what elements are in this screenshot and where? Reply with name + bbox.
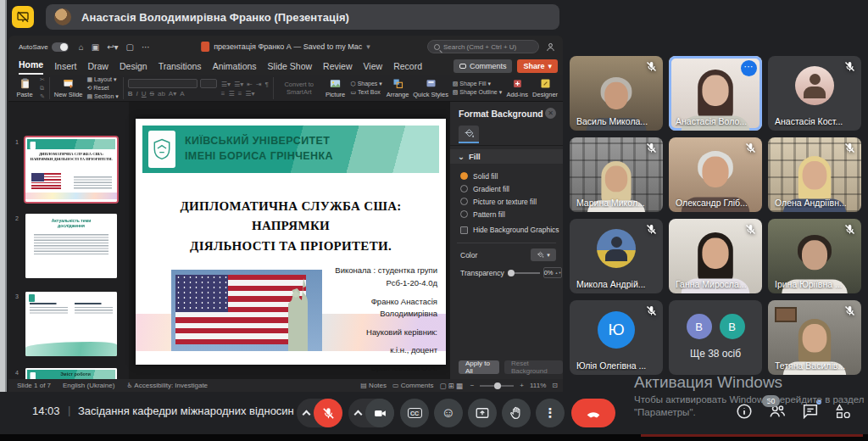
participant-tile-8[interactable]: Ганна Миросла... — [669, 219, 762, 293]
tab-insert[interactable]: Insert — [54, 61, 76, 75]
search-input[interactable]: Search (Cmd + Ctrl + U) — [427, 40, 539, 53]
tab-slide-show[interactable]: Slide Show — [268, 61, 313, 75]
present-button[interactable] — [468, 399, 497, 427]
share-button[interactable]: Share ▾ — [517, 59, 558, 73]
align-buttons[interactable]: ≡☰≡☰▾ — [221, 90, 269, 98]
shape-outline-button[interactable]: ▧ Shape Outline ▾ — [453, 89, 502, 96]
transparency-slider[interactable] — [508, 272, 540, 274]
designer-button[interactable]: Designer — [532, 77, 558, 98]
autosave-toggle[interactable]: AutoSave — [19, 42, 69, 52]
comments-button[interactable]: Comments — [453, 59, 513, 73]
language-button[interactable]: English (Ukraine) — [63, 382, 114, 389]
font-size-select[interactable] — [200, 79, 217, 88]
reset-background-button[interactable]: Reset Background — [504, 360, 563, 374]
leave-call-button[interactable] — [571, 399, 615, 427]
reactions-button[interactable]: ☺ — [434, 399, 463, 427]
color-picker-button[interactable]: ▾ — [531, 248, 556, 261]
zoom-in-icon[interactable]: + — [520, 382, 524, 389]
font-name-select[interactable] — [128, 79, 198, 88]
presenting-indicator[interactable] — [12, 6, 34, 28]
paste-button[interactable]: Paste — [14, 77, 36, 98]
document-title[interactable]: презентація Франко А — Saved to my Mac ▾ — [201, 36, 370, 58]
tab-transitions[interactable]: Transitions — [159, 61, 202, 75]
participant-tile-5[interactable]: Олександр Гліб... — [669, 137, 762, 212]
captions-button[interactable]: CC — [400, 399, 429, 427]
slide-thumbnail-3[interactable] — [25, 292, 117, 356]
section-button[interactable]: ▤ Section ▾ — [86, 93, 118, 100]
participant-tile-6[interactable]: Олена Андріївн... — [768, 137, 861, 212]
font-format-buttons[interactable]: BIUSabA▾A — [128, 90, 217, 98]
tab-record[interactable]: Record — [393, 61, 422, 75]
tile-options-icon[interactable]: ⋯ — [741, 60, 757, 76]
slide-thumbnail-2[interactable]: Актуальність теми дослідження — [25, 214, 117, 278]
undo-icon[interactable]: ↩▾ — [107, 42, 118, 52]
tab-animations[interactable]: Animations — [213, 61, 257, 75]
convert-smartart-button[interactable]: Convert to SmartArt — [278, 81, 320, 96]
arrange-button[interactable]: Arrange — [387, 77, 409, 98]
notes-button[interactable]: ▤ Notes — [360, 382, 387, 389]
mic-options-chevron-icon[interactable] — [303, 410, 311, 419]
new-slide-button[interactable]: New Slide — [54, 77, 83, 98]
participant-tile-10[interactable]: ЮЮлія Олегівна ... — [570, 300, 663, 375]
hide-background-checkbox[interactable]: Hide Background Graphics — [460, 226, 559, 234]
share-user-icon[interactable] — [545, 41, 556, 56]
tab-review[interactable]: Review — [323, 61, 352, 75]
fill-section-header[interactable]: ⌄ Fill — [450, 149, 563, 164]
print-icon[interactable]: ▢ — [126, 42, 134, 52]
layout-button[interactable]: ▦ Layout ▾ — [86, 76, 118, 83]
slide-1-main[interactable]: КИЇВСЬКИЙ УНІВЕРСИТЕТ ІМЕНІ БОРИСА ГРІНЧ… — [136, 119, 446, 365]
mic-muted-button[interactable] — [314, 399, 342, 427]
slide-thumbnail-4[interactable]: Зміст роботиРозділ 1. Теоретико-методоло… — [25, 368, 117, 379]
tab-home[interactable]: Home — [19, 59, 43, 75]
fit-slide-icon[interactable]: ⊡ — [552, 382, 558, 389]
fill-option-pattern-fill[interactable]: Pattern fill — [460, 208, 559, 220]
text-box-button[interactable]: ▭ Text Box — [351, 89, 382, 96]
zoom-level[interactable]: 111% — [530, 382, 546, 389]
participant-tile-9[interactable]: Ірина Юріївна ... — [768, 219, 861, 293]
fill-option-solid-fill[interactable]: Solid fill — [460, 170, 559, 182]
transparency-value[interactable]: 0% ▲▼ — [543, 267, 563, 278]
add-ins-button[interactable]: Add-ins — [506, 77, 528, 98]
list-buttons[interactable]: ☰▾☰▾⇤⇥¶ — [221, 81, 269, 88]
view-switcher-icons[interactable]: ▢⊞▦ — [439, 382, 464, 390]
fill-tab[interactable] — [459, 126, 479, 143]
tab-design[interactable]: Design — [120, 61, 147, 75]
zoom-slider[interactable] — [480, 385, 514, 387]
more-options-button[interactable]: ⋮ — [536, 399, 565, 427]
comments-toggle-button[interactable]: ▭ Comments — [392, 382, 433, 389]
fill-option-picture-or-texture-fill[interactable]: Picture or texture fill — [460, 195, 559, 208]
participant-tile-7[interactable]: Микола Андрій... — [570, 219, 663, 293]
slide-thumbnail-1[interactable]: ДИПЛОМАТИЧНА СЛУЖБА США: НАПРЯМКИ ДІЯЛЬН… — [25, 137, 117, 202]
shape-fill-button[interactable]: ▨ Shape Fill ▾ — [453, 81, 502, 87]
save-icon[interactable]: ▣ — [92, 42, 99, 52]
participant-tile-4[interactable]: Марина Микол... — [570, 137, 663, 212]
apply-to-all-button[interactable]: Apply to All — [459, 360, 499, 374]
zoom-out-icon[interactable]: − — [470, 382, 475, 389]
stepper-icons[interactable]: ▲▼ — [555, 271, 562, 274]
more-commands-icon[interactable]: ⋯ — [142, 42, 150, 52]
copy-icon[interactable]: ⧉ — [40, 85, 45, 92]
tab-view[interactable]: View — [364, 61, 383, 75]
participant-tile-11[interactable]: ВВЩе 38 осіб — [669, 300, 762, 375]
thumb-logo — [29, 294, 35, 302]
participant-tile-1[interactable]: Василь Микола... — [570, 56, 663, 131]
home-icon[interactable]: ⌂ — [79, 42, 84, 52]
cut-icon[interactable]: ✂ — [40, 76, 45, 83]
shapes-button[interactable]: ⬡ Shapes ▾ — [351, 81, 382, 87]
tab-draw[interactable]: Draw — [87, 61, 108, 75]
participant-tile-3[interactable]: Анастасія Кост... — [768, 56, 861, 131]
camera-options-chevron-icon[interactable] — [354, 410, 363, 419]
camera-button[interactable] — [365, 399, 394, 427]
quick-styles-button[interactable]: Quick Styles — [413, 77, 448, 98]
format-painter-icon[interactable]: ✎ — [40, 93, 45, 100]
fill-option-gradient-fill[interactable]: Gradient fill — [460, 182, 559, 195]
raise-hand-button[interactable] — [502, 399, 531, 427]
accessibility-status[interactable]: ♿ Accessibility: Investigate — [126, 382, 208, 389]
participant-tile-12[interactable]: Тетяна Василів... — [768, 300, 861, 375]
reset-button[interactable]: ⟲ Reset — [86, 85, 118, 92]
close-panel-icon[interactable]: ✕ — [545, 108, 556, 119]
picture-button[interactable]: Picture — [325, 77, 347, 98]
participant-tile-2[interactable]: Анастасія Воло...⋯ — [669, 56, 762, 131]
slide-credits: Виконала : студентка групи Рсб-1-20-4.0д… — [322, 265, 437, 374]
clipboard-small-buttons[interactable]: ✂ ⧉ ✎ — [40, 76, 45, 100]
